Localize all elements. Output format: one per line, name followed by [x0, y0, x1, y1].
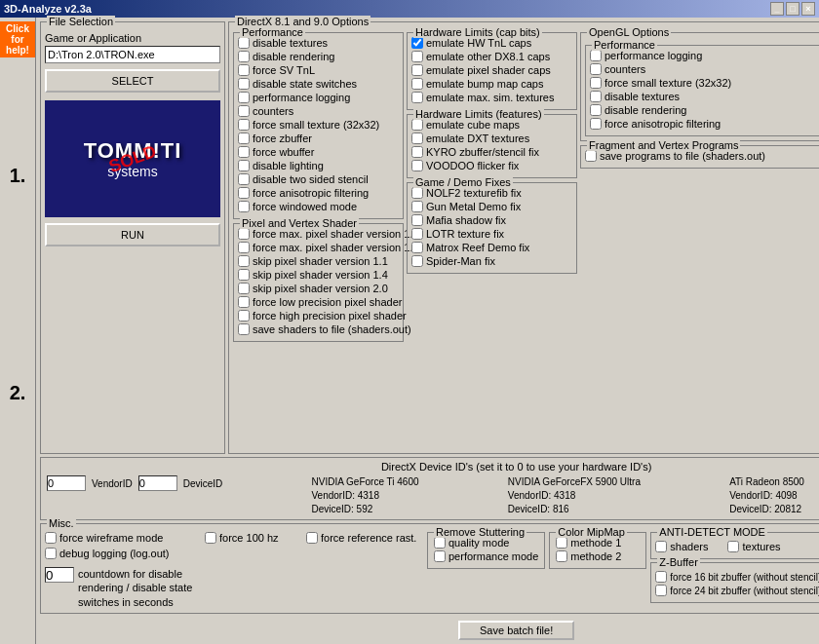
- cb_force_windowed-checkbox[interactable]: [238, 201, 250, 212]
- cb_methode1-checkbox[interactable]: [556, 537, 567, 549]
- close-button[interactable]: ×: [801, 2, 815, 16]
- hw-limits-feat-box: Hardware Limits (features) emulate cube …: [407, 114, 577, 178]
- debug-log-checkbox[interactable]: [45, 548, 57, 559]
- cb_ogl_aniso-label: force anisotropic filtering: [604, 118, 721, 130]
- cb_disable_rendering-checkbox[interactable]: [238, 51, 250, 62]
- cb_pxs11-checkbox[interactable]: [238, 228, 250, 240]
- opengl-checkboxes: performance loggingcountersforce small t…: [590, 50, 819, 130]
- cb_emul_dxt-checkbox[interactable]: [411, 133, 423, 144]
- game-path-input[interactable]: [45, 46, 220, 63]
- checkbox-row-cb_emul_dx81: emulate other DX8.1 caps: [411, 51, 572, 62]
- cb_skip_pxs11-checkbox[interactable]: [238, 255, 250, 267]
- cb_disable_state_switches-checkbox[interactable]: [238, 78, 250, 90]
- cb_emul_hw_tnl-label: emulate HW TnL caps: [426, 37, 531, 49]
- stutter-checkboxes: quality modeperformance mode: [434, 537, 538, 562]
- cb_emul_hw_tnl-checkbox[interactable]: [411, 37, 423, 49]
- checkbox-row-cb_emul_pxs_caps: emulate pixel shader caps: [411, 64, 572, 76]
- for-label: for: [2, 34, 33, 45]
- ad-textures-row: textures: [727, 541, 780, 552]
- save-batch-button[interactable]: Save batch file!: [458, 621, 574, 640]
- force-100hz-checkbox[interactable]: [205, 532, 216, 544]
- run-button[interactable]: RUN: [45, 223, 220, 246]
- checkbox-row-cb_disable_state_switches: disable state switches: [238, 78, 399, 90]
- checkbox-row-cb_counters: counters: [238, 105, 399, 117]
- cb_ogl_dis_tex-checkbox[interactable]: [590, 91, 602, 102]
- click-help-button[interactable]: Click for help!: [0, 21, 35, 57]
- cb_skip_pxs11-label: skip pixel shader version 1.1: [253, 255, 388, 267]
- top-row: File Selection Game or Application SELEC…: [40, 21, 819, 454]
- force-100hz-label: force 100 hz: [219, 532, 279, 544]
- cb_ogl_aniso-checkbox[interactable]: [590, 118, 602, 130]
- cb_ogl_counters-checkbox[interactable]: [590, 63, 602, 75]
- cb_emul_max_sim-checkbox[interactable]: [411, 92, 423, 103]
- force-ref-checkbox[interactable]: [306, 532, 318, 544]
- cb_kyro_zbuf-checkbox[interactable]: [411, 146, 423, 158]
- game-fix-checkboxes: NOLF2 texturefib fixGun Metal Demo fixMa…: [411, 187, 572, 267]
- step1-label: 1.: [10, 165, 26, 187]
- checkbox-row-cb_force_small_tex: force small texture (32x32): [238, 119, 399, 131]
- cb_spiderman-label: Spider-Man fix: [426, 255, 495, 267]
- checkbox-row-cb_kyro_zbuf: KYRO zbuffer/stencil fix: [411, 146, 572, 158]
- cb_ogl_dis_rend-label: disable rendering: [604, 104, 686, 116]
- cb_force_wbuffer-checkbox[interactable]: [238, 146, 250, 158]
- cb_lotr-checkbox[interactable]: [411, 228, 423, 240]
- cb_force_zbuffer-checkbox[interactable]: [238, 133, 250, 144]
- cb_save_shaders-label: save shaders to file (shaders.out): [253, 323, 411, 335]
- cb_disable_textures-checkbox[interactable]: [238, 37, 250, 49]
- cb_gunmetal-checkbox[interactable]: [411, 201, 423, 212]
- frag-prog-checkboxes: save programs to file (shaders.out): [585, 150, 819, 162]
- device-ids-row: VendorID DeviceID NVIDIA GeForce Ti 4600…: [47, 475, 819, 516]
- cb_methode2-checkbox[interactable]: [556, 550, 567, 562]
- force-wireframe-checkbox[interactable]: [45, 532, 57, 544]
- cb_spiderman-checkbox[interactable]: [411, 255, 423, 267]
- cb_emul_dx81-checkbox[interactable]: [411, 51, 423, 62]
- select-button[interactable]: SELECT: [45, 69, 220, 93]
- cb_pxs14-checkbox[interactable]: [238, 242, 250, 253]
- cb_f16_without_stencil-label: force 16 bit zbuffer (without stencil): [670, 572, 819, 583]
- cb_low_prec-checkbox[interactable]: [238, 296, 250, 308]
- cb_ogl_dis_rend-checkbox[interactable]: [590, 104, 602, 116]
- cb_force_aniso-checkbox[interactable]: [238, 187, 250, 199]
- cb_force_small_tex-checkbox[interactable]: [238, 119, 250, 131]
- cb_emul_cube-checkbox[interactable]: [411, 119, 423, 131]
- cb_f24_without_stencil-checkbox[interactable]: [655, 585, 667, 596]
- cb_nolf2-checkbox[interactable]: [411, 187, 423, 199]
- checkbox-row-cb_emul_bump: emulate bump map caps: [411, 78, 572, 90]
- cb_skip_pxs14-checkbox[interactable]: [238, 269, 250, 281]
- cb_disable_lighting-checkbox[interactable]: [238, 160, 250, 171]
- cb_ogl_perf_log-checkbox[interactable]: [590, 50, 602, 61]
- ad-textures-checkbox[interactable]: [727, 541, 739, 552]
- cb_skip_pxs20-checkbox[interactable]: [238, 283, 250, 294]
- cb_perf_mode-checkbox[interactable]: [434, 550, 446, 562]
- checkbox-row-cb_force_zbuffer: force zbuffer: [238, 133, 399, 144]
- minimize-button[interactable]: _: [770, 2, 784, 16]
- cb_save_programs-checkbox[interactable]: [585, 150, 597, 162]
- checkbox-row-cb_emul_dxt: emulate DXT textures: [411, 133, 572, 144]
- cb_force_sv_tnl-checkbox[interactable]: [238, 64, 250, 76]
- device-id-input[interactable]: [138, 475, 177, 491]
- cb_quality-checkbox[interactable]: [434, 537, 446, 549]
- cb_perf_logging-checkbox[interactable]: [238, 92, 250, 103]
- cb_ogl_small_tex-checkbox[interactable]: [590, 77, 602, 89]
- vendor-id-input[interactable]: [47, 475, 86, 491]
- cb_save_shaders-checkbox[interactable]: [238, 323, 250, 335]
- cb_emul_bump-checkbox[interactable]: [411, 78, 423, 90]
- cb_high_prec-checkbox[interactable]: [238, 310, 250, 322]
- frag-prog-title: Fragment and Vertex Programs: [587, 139, 740, 151]
- maximize-button[interactable]: □: [786, 2, 800, 16]
- ad-shaders-label: shaders: [670, 541, 708, 552]
- cb_counters-checkbox[interactable]: [238, 105, 250, 117]
- ad-shaders-checkbox[interactable]: [655, 541, 667, 552]
- cb_mafia-checkbox[interactable]: [411, 214, 423, 226]
- cb_voodoo_flicker-checkbox[interactable]: [411, 160, 423, 171]
- cb_emul_pxs_caps-checkbox[interactable]: [411, 64, 423, 76]
- colormip-title: Color MipMap: [556, 526, 626, 538]
- countdown-input[interactable]: [45, 567, 74, 583]
- cb_force_wbuffer-label: force wbuffer: [253, 146, 314, 158]
- cb_f16_without_stencil-checkbox[interactable]: [655, 571, 667, 583]
- cb_disable_two_sided-checkbox[interactable]: [238, 173, 250, 185]
- cb_matrox_reef-checkbox[interactable]: [411, 242, 423, 253]
- checkbox-row-cb_ogl_aniso: force anisotropic filtering: [590, 118, 819, 130]
- performance-group: Performance disable texturesdisable rend…: [233, 32, 404, 449]
- device-ids-title: DirectX Device ID's (set it to 0 to use …: [47, 461, 819, 473]
